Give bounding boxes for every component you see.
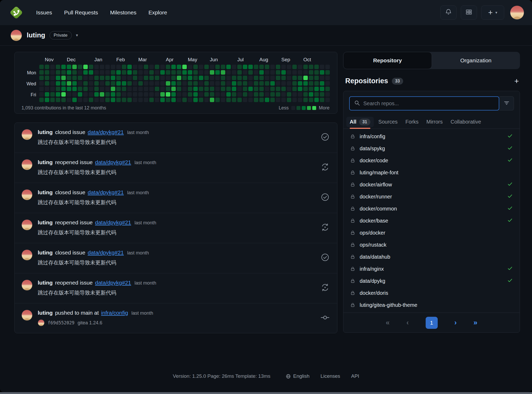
add-repository-button[interactable]: +: [514, 77, 519, 85]
nav-link-milestones[interactable]: Milestones: [110, 9, 136, 16]
user-avatar[interactable]: [510, 5, 524, 20]
profile-avatar[interactable]: [10, 30, 22, 41]
feed-item-body: lutingpushed to main atinfra/configlast …: [38, 310, 320, 326]
footer-link-api[interactable]: API: [351, 373, 359, 379]
feed-actor-name[interactable]: luting: [38, 249, 53, 256]
repo-name-link[interactable]: data/spykg: [360, 146, 385, 152]
feed-actor-avatar[interactable]: [21, 129, 32, 140]
repo-row[interactable]: docker/doris: [343, 287, 520, 299]
heatmap-cell: [39, 76, 44, 80]
feed-repo-link[interactable]: infra/config: [101, 310, 128, 316]
repo-row[interactable]: docker/runner: [343, 191, 520, 203]
footer-link-licenses[interactable]: Licenses: [321, 373, 340, 379]
page-last-button[interactable]: »: [474, 319, 478, 327]
repo-name-link[interactable]: docker/code: [360, 158, 388, 164]
feed-actor-avatar[interactable]: [21, 219, 32, 230]
heatmap-cell: [281, 70, 286, 75]
heatmap-cell: [133, 87, 137, 91]
feed-actor-name[interactable]: luting: [38, 280, 53, 286]
feed-actor-name[interactable]: luting: [38, 189, 53, 196]
heatmap-cell: [149, 98, 154, 102]
feed-actor-avatar[interactable]: [21, 159, 32, 170]
repo-name-link[interactable]: luting/maple-font: [360, 170, 398, 176]
repo-row[interactable]: infra/config: [343, 130, 520, 142]
repo-filter-collaborative[interactable]: Collaborative: [451, 115, 481, 129]
page-next-button[interactable]: ›: [454, 319, 457, 327]
repo-row[interactable]: docker/airflow: [343, 179, 520, 191]
feed-actor-avatar[interactable]: [21, 189, 32, 200]
feed-timestamp: last month: [135, 280, 156, 286]
heatmap-cell: [67, 76, 71, 80]
search-repos-input[interactable]: [363, 101, 495, 107]
heatmap-cell: [100, 98, 104, 102]
repo-name-link[interactable]: docker/airflow: [360, 182, 392, 188]
feed-actor-name[interactable]: luting: [38, 219, 53, 226]
nav-link-issues[interactable]: Issues: [36, 9, 52, 16]
repo-filter-button[interactable]: [499, 96, 514, 110]
repo-name-link[interactable]: infra/config: [360, 134, 385, 140]
repo-name-link[interactable]: docker/doris: [360, 290, 388, 296]
repo-name-link[interactable]: data/datahub: [360, 254, 390, 260]
heatmap-cell: [133, 98, 137, 102]
footer-link-english[interactable]: English: [286, 373, 309, 379]
nav-link-explore[interactable]: Explore: [149, 9, 167, 16]
notifications-button[interactable]: [440, 5, 457, 20]
feed-actor-name[interactable]: luting: [38, 310, 53, 316]
feed-repo-link[interactable]: data/dpykg#21: [88, 249, 124, 256]
heatmap-cell: [155, 87, 159, 91]
heatmap-cell: [105, 81, 110, 86]
feed-timestamp: last month: [127, 130, 149, 135]
feed-actor-avatar[interactable]: [21, 310, 32, 321]
repo-row[interactable]: luting/gitea-github-theme: [343, 299, 520, 311]
feed-actor-avatar[interactable]: [21, 249, 32, 260]
heatmap-cell: [144, 98, 148, 102]
repo-name-link[interactable]: docker/common: [360, 206, 397, 212]
tab-repository[interactable]: Repository: [343, 52, 432, 69]
repo-name-link[interactable]: docker/runner: [360, 194, 392, 200]
chevron-down-icon: ▾: [495, 10, 497, 15]
repo-name-link[interactable]: infra/nginx: [360, 266, 384, 272]
repo-row[interactable]: luting/maple-font: [343, 167, 520, 179]
profile-dropdown-caret-icon[interactable]: ▾: [76, 33, 78, 38]
heatmap-cell: [138, 87, 143, 91]
repo-row[interactable]: docker/common: [343, 203, 520, 215]
commit-hash-link[interactable]: f69d552029: [48, 320, 74, 325]
repo-row[interactable]: docker/base: [343, 215, 520, 227]
heatmap-cell: [259, 81, 264, 86]
gitea-logo-icon[interactable]: [9, 5, 24, 20]
heatmap-cell: [314, 65, 319, 69]
repo-row[interactable]: data/dpykg: [343, 275, 520, 287]
repo-name-link[interactable]: docker/base: [360, 218, 388, 224]
admin-panel-button[interactable]: [461, 5, 477, 20]
feed-actor-avatar[interactable]: [21, 280, 32, 291]
repo-row[interactable]: data/spykg: [343, 142, 520, 154]
tab-organization[interactable]: Organization: [432, 52, 520, 69]
feed-repo-link[interactable]: data/dpykg#21: [88, 129, 124, 135]
repo-row[interactable]: infra/nginx: [343, 263, 520, 275]
repo-filter-sources[interactable]: Sources: [378, 115, 397, 129]
feed-repo-link[interactable]: data/dpykg#21: [88, 189, 124, 196]
nav-link-pull-requests[interactable]: Pull Requests: [64, 9, 98, 16]
repo-row[interactable]: ops/rustack: [343, 239, 520, 251]
repo-row[interactable]: ops/docker: [343, 227, 520, 239]
repo-name-link[interactable]: data/dpykg: [360, 278, 385, 284]
lock-icon: [350, 279, 355, 284]
heatmap-cell: [221, 81, 225, 86]
repo-name-link[interactable]: ops/docker: [360, 230, 385, 236]
feed-repo-link[interactable]: data/dpykg#21: [95, 159, 131, 165]
feed-repo-link[interactable]: data/dpykg#21: [95, 219, 131, 226]
create-new-button[interactable]: + ▾: [481, 5, 504, 20]
feed-timestamp: last month: [135, 160, 156, 165]
heatmap-cell: [122, 76, 126, 80]
repo-filter-forks[interactable]: Forks: [405, 115, 419, 129]
repo-filter-all[interactable]: All31: [350, 115, 370, 129]
repo-filter-mirrors[interactable]: Mirrors: [426, 115, 443, 129]
feed-repo-link[interactable]: data/dpykg#21: [95, 280, 131, 286]
repo-row[interactable]: docker/code: [343, 154, 520, 167]
repo-row[interactable]: data/datahub: [343, 251, 520, 263]
heatmap-cell: [237, 98, 242, 102]
feed-actor-name[interactable]: luting: [38, 159, 53, 165]
repo-name-link[interactable]: luting/gitea-github-theme: [360, 302, 417, 308]
repo-name-link[interactable]: ops/rustack: [360, 242, 386, 248]
feed-actor-name[interactable]: luting: [38, 129, 53, 135]
